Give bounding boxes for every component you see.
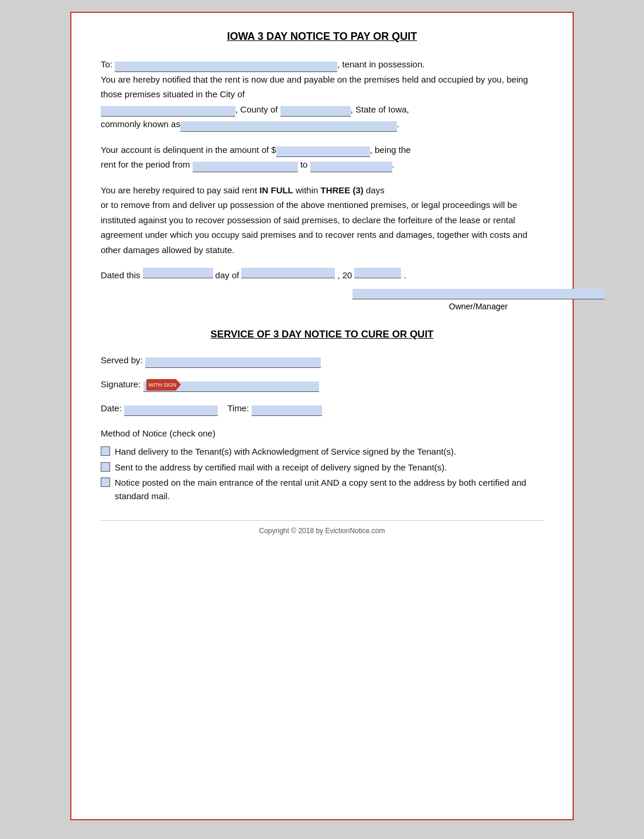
service-title: SERVICE OF 3 DAY NOTICE TO CURE OR QUIT [101,329,543,340]
checkbox-1[interactable] [101,446,110,456]
checkbox-item-3: Notice posted on the main entrance of th… [101,476,543,503]
address-field[interactable] [180,121,397,132]
pen-label: WITH SIGN [146,379,181,391]
checkbox-item-1: Hand delivery to the Tenant(s) with Ackn… [101,445,543,459]
to-date-field[interactable] [310,162,392,172]
signature-section: Signature: WITH SIGN [101,376,543,392]
from-date-field[interactable] [193,162,298,172]
document-title: IOWA 3 DAY NOTICE TO PAY OR QUIT [101,30,543,43]
checkbox-3[interactable] [101,478,110,487]
para3-rest: or to remove from and deliver up possess… [101,200,527,255]
city-field[interactable] [101,106,235,117]
state-label: , State of Iowa, [351,104,409,114]
rent-period-label: rent for the period from [101,159,190,169]
tenant-field[interactable] [115,62,337,72]
checkbox-2-label: Sent to the address by certified mail wi… [115,461,447,475]
date-field-service[interactable] [124,405,218,416]
checkbox-3-label: Notice posted on the main entrance of th… [115,476,543,503]
day-of-label: day of [215,268,239,283]
method-title: Method of Notice (check one) [101,425,543,442]
amount-field[interactable] [276,146,370,157]
tenant-suffix: , tenant in possession. [337,59,424,69]
year-field[interactable] [354,268,401,278]
copyright: Copyright © 2018 by EvictionNotice.com [101,520,543,535]
date-time-section: Date: Time: [101,400,543,416]
para1-text: You are hereby notified that the rent is… [101,74,528,100]
date-label: Date: [101,403,122,413]
time-label: Time: [227,403,249,413]
para3-within: within [296,185,318,195]
main-paragraph: You are hereby required to pay said rent… [101,183,543,258]
period3: . [403,268,406,283]
served-by-field[interactable] [145,357,321,368]
signature-pen-icon: WITH SIGN [146,379,181,391]
county-of-label: , County of [235,104,278,114]
time-field[interactable] [252,405,322,416]
signature-area: Owner/Manager [101,289,543,311]
delinquent-suffix: , being the [370,145,411,155]
checkbox-2[interactable] [101,462,110,472]
to-word: to [300,159,308,169]
document: IOWA 3 DAY NOTICE TO PAY OR QUIT To: , t… [70,12,574,820]
bold-three: THREE (3) [321,185,364,195]
para3-days: days [366,185,385,195]
county-field[interactable] [280,106,351,117]
served-by-label: Served by: [101,355,143,365]
checkbox-item-2: Sent to the address by certified mail wi… [101,461,543,475]
commonly-known-label: commonly known as [101,119,180,129]
owner-manager-label: Owner/Manager [352,302,604,311]
bold-in-full: IN FULL [259,185,293,195]
signature-label: Signature: [101,379,141,389]
served-by-section: Served by: [101,352,543,368]
day-field[interactable] [143,268,213,278]
delinquent-section: Your account is delinquent in the amount… [101,142,543,172]
month-field[interactable] [241,268,335,278]
period1: . [397,119,399,129]
to-section: To: , tenant in possession. You are here… [101,57,543,132]
dated-this-label: Dated this [101,268,141,283]
signature-field[interactable]: WITH SIGN [143,381,319,392]
dated-section: Dated this day of , 20 . [101,268,543,283]
to-label: To: [101,59,112,69]
checkbox-1-label: Hand delivery to the Tenant(s) with Ackn… [115,445,456,459]
owner-signature-field[interactable] [352,289,604,299]
period2: . [392,159,395,169]
method-section: Method of Notice (check one) Hand delive… [101,425,543,503]
comma-20-label: , 20 [337,268,352,283]
para3-line1: You are hereby required to pay said rent [101,185,257,195]
delinquent-prefix: Your account is delinquent in the amount… [101,145,276,155]
